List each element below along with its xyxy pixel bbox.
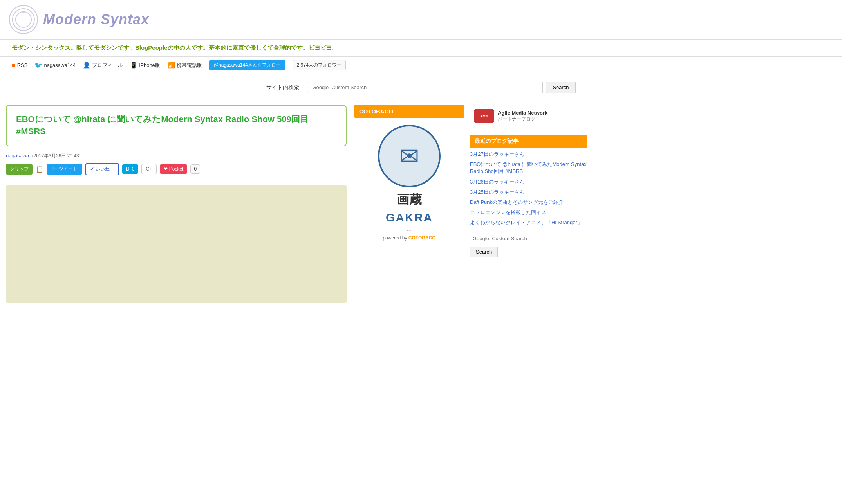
- like-button[interactable]: ✔ いいね！: [85, 163, 119, 175]
- article-box: EBOについて @hirata に聞いてみたModern Syntax Radi…: [6, 105, 347, 146]
- agile-media-box: AMN Agile Media Network パートナーブログ: [470, 105, 587, 127]
- tweet-button[interactable]: 🐦 ツイート: [47, 164, 82, 175]
- envelope-icon: ✉: [399, 142, 419, 170]
- rss-icon: ■: [12, 62, 16, 69]
- agile-subtitle: パートナーブログ: [498, 116, 547, 122]
- twitter-user-link[interactable]: 🐦 nagasawa144: [34, 61, 76, 69]
- article-title: EBOについて @hirata に聞いてみたModern Syntax Radi…: [16, 113, 336, 138]
- hatebu-button[interactable]: B! 0: [122, 164, 138, 174]
- rss-link[interactable]: ■ RSS: [12, 62, 27, 69]
- cotobaco-logo: GAKRA: [358, 211, 460, 224]
- site-header: Modern Syntax: [0, 0, 842, 40]
- tagline-text: モダン・シンタックス。略してモダシンです。BlogPeopleの中の人です。基本…: [12, 44, 338, 51]
- iphone-link[interactable]: 📱 iPhone版: [130, 61, 160, 69]
- clip-label: クリップ: [10, 166, 29, 173]
- svg-point-1: [22, 11, 25, 13]
- recent-blog-link[interactable]: Daft Punkの楽曲とそのサング元をご紹介: [470, 199, 587, 206]
- memo-button[interactable]: 📋: [36, 166, 43, 173]
- cotobaco-title: 画蔵: [358, 191, 460, 209]
- profile-icon: 👤: [83, 61, 90, 69]
- mobile-icon: 📶: [167, 61, 175, 69]
- pocket-button[interactable]: ❤ Pocket: [160, 164, 188, 174]
- main-content: EBOについて @hirata に聞いてみたModern Syntax Radi…: [6, 105, 347, 303]
- author-link[interactable]: nagasawa: [6, 153, 29, 158]
- sidebar-search-button[interactable]: Search: [470, 247, 498, 257]
- search-bar: サイト内検索： Search: [0, 74, 842, 97]
- nav-bar: ■ RSS 🐦 nagasawa144 👤 プロフィール 📱 iPhone版 📶…: [0, 57, 842, 74]
- list-item: Daft Punkの楽曲とそのサング元をご紹介: [470, 199, 587, 206]
- pocket-label: Pocket: [169, 166, 184, 172]
- article-meta: nagasawa (2017年3月26日 20:43): [6, 153, 347, 159]
- cotobaco-ellipsis: ...: [358, 226, 460, 233]
- twitter-bird-icon: 🐦: [34, 61, 42, 69]
- recent-blog-link[interactable]: 3月25日のラッキーさん: [470, 189, 587, 196]
- gplus-button[interactable]: G+: [141, 164, 156, 174]
- list-item: よくわからないクレイ・アニメ、「Hi Stranger」: [470, 219, 587, 226]
- list-item: 3月27日のラッキーさん: [470, 151, 587, 158]
- cotobaco-content: ✉ 画蔵 GAKRA ... powered by COTOBACO: [354, 121, 464, 245]
- search-input[interactable]: [308, 82, 543, 93]
- spiral-icon: [8, 4, 39, 35]
- agile-text: Agile Media Network パートナーブログ: [498, 110, 547, 122]
- recent-blog-link[interactable]: EBOについて @hirata に聞いてみたModern Syntax Radi…: [470, 161, 587, 175]
- follow-button[interactable]: @nagasawa144さんをフォロー: [209, 60, 285, 70]
- search-button[interactable]: Search: [546, 82, 575, 93]
- cotobaco-box: COTOBACO ✉ 画蔵 GAKRA ... powered by COTOB…: [354, 105, 464, 245]
- article-date: (2017年3月26日 20:43): [32, 153, 81, 158]
- iphone-icon: 📱: [130, 61, 137, 69]
- recent-blog-link[interactable]: 3月27日のラッキーさん: [470, 151, 587, 158]
- hatebu-count: 0: [132, 166, 135, 172]
- profile-link[interactable]: 👤 プロフィール: [83, 61, 123, 69]
- recent-blog-link[interactable]: ニトロエンジンを搭載した回イス: [470, 209, 587, 216]
- gplus-label: G+: [146, 166, 152, 172]
- content-area: EBOについて @hirata に聞いてみたModern Syntax Radi…: [0, 97, 842, 311]
- recent-blog-header: 最近のブログ記事: [470, 135, 587, 148]
- checkmark-icon: ✔: [90, 166, 94, 172]
- follower-count: 2,974人のフォロワー: [293, 60, 346, 70]
- sidebar-search-input[interactable]: [470, 233, 587, 244]
- cotobaco-circle-image: ✉: [378, 125, 441, 187]
- tweet-label: ツイート: [59, 166, 78, 173]
- list-item: EBOについて @hirata に聞いてみたModern Syntax Radi…: [470, 161, 587, 175]
- recent-blog-link[interactable]: よくわからないクレイ・アニメ、「Hi Stranger」: [470, 219, 587, 226]
- recent-blog-list: 3月27日のラッキーさんEBOについて @hirata に聞いてみたModern…: [470, 151, 587, 227]
- tweet-bird-icon: 🐦: [51, 166, 57, 172]
- pocket-count: 0: [190, 164, 200, 174]
- search-label: サイト内検索：: [266, 84, 305, 91]
- hatebu-prefix: B!: [126, 166, 130, 172]
- cotobaco-brand-label: COTOBACO: [408, 235, 436, 241]
- mobile-link[interactable]: 📶 携帯電話版: [167, 61, 202, 69]
- site-title: Modern Syntax: [43, 11, 149, 28]
- recent-blog-link[interactable]: 3月26日のラッキーさん: [470, 178, 587, 185]
- tagline-bar: モダン・シンタックス。略してモダシンです。BlogPeopleの中の人です。基本…: [0, 40, 842, 57]
- list-item: 3月26日のラッキーさん: [470, 178, 587, 185]
- left-sidebar: COTOBACO ✉ 画蔵 GAKRA ... powered by COTOB…: [354, 105, 464, 303]
- cotobaco-powered: powered by COTOBACO: [358, 235, 460, 241]
- agile-logo: AMN: [474, 109, 494, 123]
- sidebar-search-area: Search: [470, 233, 587, 257]
- like-label: いいね！: [96, 166, 114, 173]
- list-item: ニトロエンジンを搭載した回イス: [470, 209, 587, 216]
- recent-blog-box: 最近のブログ記事 3月27日のラッキーさんEBOについて @hirata に聞い…: [470, 135, 587, 227]
- right-sidebar: AMN Agile Media Network パートナーブログ 最近のブログ記…: [470, 105, 587, 303]
- cotobaco-header: COTOBACO: [354, 105, 464, 118]
- clip-button[interactable]: クリップ: [6, 164, 33, 175]
- agile-title: Agile Media Network: [498, 110, 547, 116]
- list-item: 3月25日のラッキーさん: [470, 189, 587, 196]
- pocket-heart-icon: ❤: [164, 166, 168, 172]
- article-image-area: [6, 185, 347, 303]
- logo-area: Modern Syntax: [8, 4, 149, 35]
- action-bar: クリップ 📋 🐦 ツイート ✔ いいね！ B! 0 G+ ❤ Pocket: [6, 159, 347, 179]
